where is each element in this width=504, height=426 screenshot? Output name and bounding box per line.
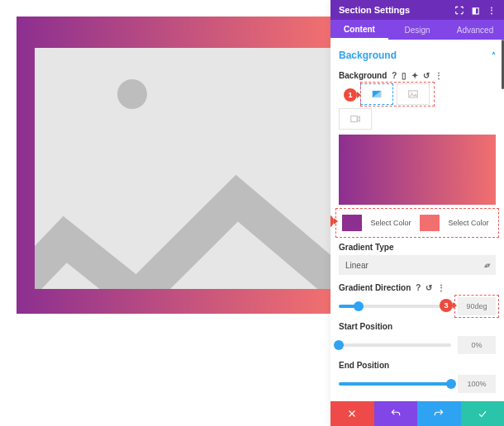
tab-content[interactable]: Content (330, 20, 388, 40)
undo-button[interactable] (374, 401, 418, 426)
kebab-icon[interactable]: ⋮ (487, 6, 496, 15)
gradient-preview (339, 135, 496, 205)
reset-icon[interactable]: ↺ (423, 71, 430, 80)
bg-tab-video[interactable] (339, 108, 372, 130)
preview-image-placeholder (35, 48, 330, 289)
bg-tab-image[interactable] (397, 83, 430, 105)
slider-fill (339, 382, 451, 386)
callout-marker-2: 2 (330, 215, 334, 228)
settings-panel: Section Settings ⛶ ◧ ⋮ Content Design Ad… (330, 0, 504, 426)
direction-slider[interactable] (339, 305, 451, 308)
label-end-position: End Position (339, 361, 496, 370)
slider-thumb[interactable] (446, 379, 456, 389)
placeholder-mountains-icon (35, 157, 330, 289)
label-gradient-direction: Gradient Direction (339, 283, 411, 292)
chevron-up-icon[interactable]: ˄ (492, 51, 496, 60)
svg-marker-5 (357, 116, 359, 121)
callout-marker-1: 1 (344, 88, 357, 102)
video-icon (349, 113, 361, 125)
callout-marker-3: 3 (440, 299, 453, 312)
start-position-value-input[interactable]: 0% (458, 336, 496, 354)
field-label-row-direction: Gradient Direction ? ↺ ⋮ (339, 283, 496, 292)
gradient-direction-slider-row: 3 90deg (339, 297, 496, 315)
hover-icon[interactable]: ✦ (411, 71, 418, 80)
end-position-value-input[interactable]: 100% (458, 375, 496, 393)
check-icon (477, 408, 488, 419)
page-preview (17, 17, 330, 314)
background-type-tabs: 1 (339, 83, 496, 130)
end-position-slider-row: 100% (339, 375, 496, 393)
kebab-icon[interactable]: ⋮ (435, 71, 443, 80)
gradient-type-value: Linear (345, 261, 368, 270)
gradient-type-select[interactable]: Linear ▴▾ (339, 255, 496, 275)
slider-thumb[interactable] (354, 301, 364, 311)
redo-button[interactable] (417, 401, 461, 426)
panel-header-actions: ⛶ ◧ ⋮ (455, 6, 496, 15)
placeholder-sun-icon (117, 79, 147, 109)
expand-icon[interactable]: ⛶ (455, 6, 464, 15)
field-label: Background (339, 71, 387, 80)
bg-tab-gradient[interactable] (360, 83, 393, 105)
gradient-color-row: Select Color Select Color (339, 210, 496, 236)
panel-title: Section Settings (339, 5, 455, 15)
panel-tabs: Content Design Advanced (330, 20, 504, 40)
svg-rect-4 (351, 116, 358, 122)
select-color-2[interactable]: Select Color (445, 219, 492, 227)
label-start-position: Start Position (339, 322, 496, 331)
snap-icon[interactable]: ◧ (472, 6, 479, 15)
panel-body: Background ˄ Background ? ▯ ✦ ↺ ⋮ 1 (330, 40, 504, 401)
tab-advanced[interactable]: Advanced (446, 20, 504, 40)
panel-footer (330, 401, 504, 426)
cancel-button[interactable] (330, 401, 374, 426)
close-icon (346, 408, 358, 419)
image-icon (407, 88, 419, 100)
gradient-icon (371, 88, 383, 100)
end-position-slider[interactable] (339, 382, 451, 386)
color-swatch-1[interactable] (342, 215, 362, 231)
start-position-slider-row: 0% (339, 336, 496, 354)
color-swatch-2[interactable] (420, 215, 440, 231)
save-button[interactable] (461, 401, 505, 426)
select-arrows-icon: ▴▾ (484, 261, 489, 269)
tab-design[interactable]: Design (388, 20, 446, 40)
start-position-slider[interactable] (339, 343, 451, 347)
redo-icon (433, 408, 445, 419)
field-label-row-background: Background ? ▯ ✦ ↺ ⋮ (339, 71, 496, 80)
reset-icon[interactable]: ↺ (426, 283, 432, 292)
label-gradient-type: Gradient Type (339, 243, 496, 252)
select-color-1[interactable]: Select Color (367, 219, 415, 227)
direction-value-input[interactable]: 90deg (458, 297, 496, 315)
section-title: Background (339, 50, 397, 61)
panel-header: Section Settings ⛶ ◧ ⋮ (330, 0, 504, 20)
slider-thumb[interactable] (334, 340, 344, 350)
undo-icon (390, 408, 402, 419)
help-icon[interactable]: ? (392, 71, 397, 80)
tablet-icon[interactable]: ▯ (402, 71, 407, 80)
help-icon[interactable]: ? (416, 283, 421, 292)
kebab-icon[interactable]: ⋮ (437, 283, 445, 292)
section-row-background[interactable]: Background ˄ (339, 46, 496, 68)
